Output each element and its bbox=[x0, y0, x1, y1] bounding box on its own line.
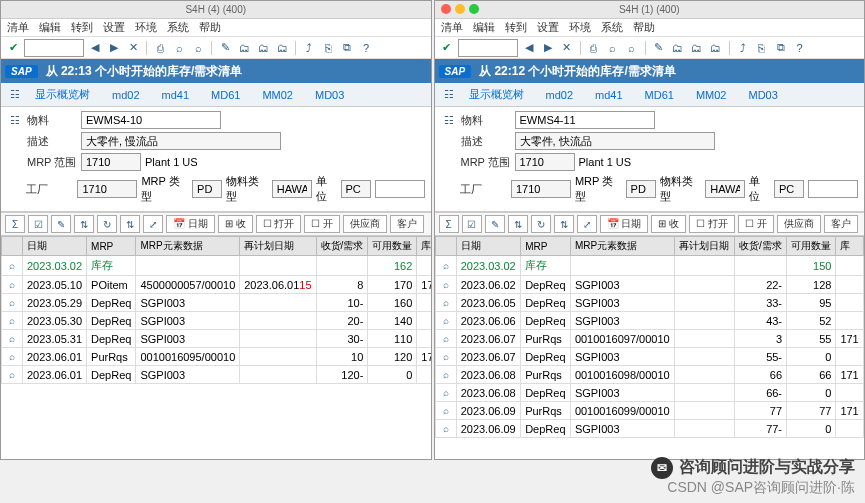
action-icon[interactable]: ☑ bbox=[28, 215, 48, 233]
col-header[interactable]: 收货/需求 bbox=[734, 237, 786, 256]
table-row[interactable]: ⌕ 2023.06.08 DepReq SGPI003 66- 0 bbox=[435, 384, 864, 402]
detail-icon[interactable]: ⌕ bbox=[6, 351, 18, 363]
toolbar-icon[interactable]: ✕ bbox=[559, 40, 575, 56]
detail-icon[interactable]: ⌕ bbox=[440, 260, 452, 272]
table-row[interactable]: ⌕ 2023.06.07 PurRqs 0010016097/00010 3 5… bbox=[435, 330, 864, 348]
col-header[interactable] bbox=[2, 237, 23, 256]
toolbar-icon[interactable]: 🗂 bbox=[274, 40, 290, 56]
collapse-btn[interactable]: ⊞ 收 bbox=[651, 215, 686, 233]
menu-item[interactable]: 编辑 bbox=[473, 20, 495, 35]
data-grid[interactable]: 日期MRPMRP元素数据再计划日期收货/需求可用数量库 ⌕ 2023.03.02… bbox=[435, 236, 865, 459]
toolbar-icon[interactable]: ✎ bbox=[217, 40, 233, 56]
extra-field[interactable] bbox=[375, 180, 425, 198]
toolbar-icon[interactable]: ⎘ bbox=[320, 40, 336, 56]
date-btn[interactable]: 📅 日期 bbox=[600, 215, 649, 233]
detail-icon[interactable]: ⌕ bbox=[440, 315, 452, 327]
tree-icon[interactable]: ☷ bbox=[441, 87, 457, 103]
toolbar-icon[interactable]: ⎙ bbox=[586, 40, 602, 56]
detail-icon[interactable]: ⌕ bbox=[6, 369, 18, 381]
supplier-btn[interactable]: 供应商 bbox=[343, 215, 387, 233]
col-header[interactable]: 库 bbox=[836, 237, 864, 256]
action-icon[interactable]: ✎ bbox=[51, 215, 71, 233]
menu-item[interactable]: 编辑 bbox=[39, 20, 61, 35]
action-icon[interactable]: Σ bbox=[439, 215, 459, 233]
toolbar-icon[interactable]: ⤴ bbox=[301, 40, 317, 56]
detail-icon[interactable]: ⌕ bbox=[440, 387, 452, 399]
toolbar-icon[interactable]: ◀ bbox=[87, 40, 103, 56]
toolbar-icon[interactable]: ? bbox=[358, 40, 374, 56]
toolbar-icon[interactable]: ⎘ bbox=[754, 40, 770, 56]
toolbar-icon[interactable]: ⌕ bbox=[190, 40, 206, 56]
tab-md02[interactable]: md02 bbox=[536, 86, 584, 104]
material-field[interactable] bbox=[81, 111, 221, 129]
table-row[interactable]: ⌕ 2023.06.09 DepReq SGPI003 77- 0 bbox=[435, 420, 864, 438]
check-icon[interactable]: ✔ bbox=[5, 40, 21, 56]
col-header[interactable]: MRP元素数据 bbox=[136, 237, 240, 256]
col-header[interactable]: MRP bbox=[87, 237, 136, 256]
table-row[interactable]: ⌕ 2023.03.02 库存 150 bbox=[435, 256, 864, 276]
material-field[interactable] bbox=[515, 111, 655, 129]
table-row[interactable]: ⌕ 2023.06.05 DepReq SGPI003 33- 95 bbox=[435, 294, 864, 312]
toolbar-icon[interactable]: 🗂 bbox=[670, 40, 686, 56]
menu-item[interactable]: 环境 bbox=[135, 20, 157, 35]
action-icon[interactable]: ⇅ bbox=[508, 215, 528, 233]
action-icon[interactable]: Σ bbox=[5, 215, 25, 233]
customer-btn[interactable]: 客户 bbox=[390, 215, 424, 233]
toolbar-icon[interactable]: ▶ bbox=[540, 40, 556, 56]
menu-item[interactable]: 设置 bbox=[537, 20, 559, 35]
extra-field[interactable] bbox=[808, 180, 858, 198]
action-icon[interactable]: ↻ bbox=[531, 215, 551, 233]
col-header[interactable]: 再计划日期 bbox=[675, 237, 734, 256]
tab-显示概览树[interactable]: 显示概览树 bbox=[459, 84, 534, 105]
toolbar-icon[interactable]: ⎙ bbox=[152, 40, 168, 56]
detail-icon[interactable]: ⌕ bbox=[6, 260, 18, 272]
command-field[interactable] bbox=[458, 39, 518, 57]
action-icon[interactable]: ✎ bbox=[485, 215, 505, 233]
toolbar-icon[interactable]: ⌕ bbox=[624, 40, 640, 56]
detail-icon[interactable]: ⌕ bbox=[440, 333, 452, 345]
tab-显示概览树[interactable]: 显示概览树 bbox=[25, 84, 100, 105]
col-header[interactable]: 库 bbox=[417, 237, 431, 256]
menu-item[interactable]: 清单 bbox=[7, 20, 29, 35]
detail-icon[interactable]: ⌕ bbox=[6, 279, 18, 291]
toolbar-icon[interactable]: ? bbox=[792, 40, 808, 56]
table-row[interactable]: ⌕ 2023.06.08 PurRqs 0010016098/00010 66 … bbox=[435, 366, 864, 384]
date-btn[interactable]: 📅 日期 bbox=[166, 215, 215, 233]
open-btn[interactable]: ☐ 打开 bbox=[689, 215, 735, 233]
toolbar-icon[interactable]: ⌕ bbox=[605, 40, 621, 56]
detail-icon[interactable]: ⌕ bbox=[440, 297, 452, 309]
tab-MM02[interactable]: MM02 bbox=[252, 86, 303, 104]
menu-item[interactable]: 帮助 bbox=[633, 20, 655, 35]
menu-item[interactable]: 帮助 bbox=[199, 20, 221, 35]
material-icon[interactable]: ☷ bbox=[441, 112, 457, 128]
table-row[interactable]: ⌕ 2023.06.01 PurRqs 0010016095/00010 10 … bbox=[2, 348, 431, 366]
check-icon[interactable]: ✔ bbox=[439, 40, 455, 56]
toolbar-icon[interactable]: 🗂 bbox=[689, 40, 705, 56]
detail-icon[interactable]: ⌕ bbox=[440, 369, 452, 381]
col-header[interactable]: 可用数量 bbox=[368, 237, 417, 256]
toolbar-icon[interactable]: 🗂 bbox=[708, 40, 724, 56]
action-icon[interactable]: ☑ bbox=[462, 215, 482, 233]
detail-icon[interactable]: ⌕ bbox=[440, 405, 452, 417]
toolbar-icon[interactable]: ⤴ bbox=[735, 40, 751, 56]
table-row[interactable]: ⌕ 2023.05.31 DepReq SGPI003 30- 110 bbox=[2, 330, 431, 348]
table-row[interactable]: ⌕ 2023.06.01 DepReq SGPI003 120- 0 bbox=[2, 366, 431, 384]
col-header[interactable]: 收货/需求 bbox=[316, 237, 368, 256]
tree-icon[interactable]: ☷ bbox=[7, 87, 23, 103]
table-row[interactable]: ⌕ 2023.05.29 DepReq SGPI003 10- 160 bbox=[2, 294, 431, 312]
table-row[interactable]: ⌕ 2023.05.30 DepReq SGPI003 20- 140 bbox=[2, 312, 431, 330]
menu-item[interactable]: 系统 bbox=[601, 20, 623, 35]
supplier-btn[interactable]: 供应商 bbox=[777, 215, 821, 233]
open-btn[interactable]: ☐ 打开 bbox=[256, 215, 302, 233]
toolbar-icon[interactable]: ◀ bbox=[521, 40, 537, 56]
material-icon[interactable]: ☷ bbox=[7, 112, 23, 128]
tab-MD61[interactable]: MD61 bbox=[201, 86, 250, 104]
table-row[interactable]: ⌕ 2023.03.02 库存 162 bbox=[2, 256, 431, 276]
tab-MD03[interactable]: MD03 bbox=[738, 86, 787, 104]
col-header[interactable]: 再计划日期 bbox=[240, 237, 316, 256]
detail-icon[interactable]: ⌕ bbox=[6, 297, 18, 309]
toolbar-icon[interactable]: ⧉ bbox=[339, 40, 355, 56]
col-header[interactable]: 日期 bbox=[456, 237, 521, 256]
toolbar-icon[interactable]: ✎ bbox=[651, 40, 667, 56]
action-icon[interactable]: ⇅ bbox=[120, 215, 140, 233]
